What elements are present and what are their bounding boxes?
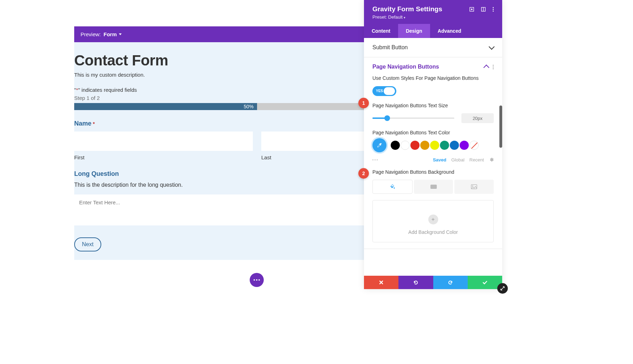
preview-label: Preview: xyxy=(81,31,101,37)
text-size-setting: Page Navigation Buttons Text Size xyxy=(364,102,502,130)
color-tabs-row: Saved Global Recent xyxy=(372,157,494,162)
close-button[interactable] xyxy=(364,276,398,289)
color-tab-saved[interactable]: Saved xyxy=(433,157,446,162)
text-size-slider[interactable] xyxy=(372,117,454,119)
swatch-blue[interactable] xyxy=(450,141,459,150)
bg-tabs xyxy=(372,180,494,194)
custom-styles-setting: Use Custom Styles For Page Navigation Bu… xyxy=(364,75,502,102)
swatch-yellow[interactable] xyxy=(430,141,439,150)
first-name-input[interactable] xyxy=(74,132,253,151)
chevron-up-icon xyxy=(484,65,490,71)
svg-point-6 xyxy=(472,186,473,186)
panel-tabs: Content Design Advanced xyxy=(364,24,502,38)
redo-icon xyxy=(448,280,453,285)
close-icon xyxy=(379,280,383,285)
chevron-down-icon xyxy=(489,44,495,50)
tab-content[interactable]: Content xyxy=(364,24,398,38)
next-button[interactable]: Next xyxy=(74,237,101,251)
expand-icon[interactable] xyxy=(469,7,474,12)
more-vertical-icon[interactable] xyxy=(493,7,494,12)
check-icon xyxy=(482,281,487,285)
progress-text: 50% xyxy=(244,104,254,109)
image-icon xyxy=(471,184,477,189)
swatch-red[interactable] xyxy=(410,141,420,150)
swatch-teal[interactable] xyxy=(440,141,449,150)
resize-icon xyxy=(500,286,505,291)
add-bg-color-button[interactable]: + xyxy=(428,215,438,224)
columns-icon[interactable] xyxy=(481,7,486,12)
section-more-icon[interactable] xyxy=(493,65,494,69)
color-swatches xyxy=(372,141,494,152)
custom-styles-label: Use Custom Styles For Page Navigation Bu… xyxy=(372,75,494,82)
annotation-badge-1: 1 xyxy=(358,98,369,108)
bg-tab-color[interactable] xyxy=(372,180,413,194)
tab-advanced[interactable]: Advanced xyxy=(430,24,469,38)
bg-tab-image[interactable] xyxy=(454,180,494,194)
fab-more-button[interactable] xyxy=(250,273,264,287)
bg-setting: Page Navigation Buttons Background + Add… xyxy=(364,169,502,249)
section-header[interactable]: Page Navigation Buttons xyxy=(364,57,502,75)
color-picker-button[interactable] xyxy=(372,138,386,152)
panel-header-icons xyxy=(469,7,494,12)
text-color-setting: Page Navigation Buttons Text Color xyxy=(364,129,502,169)
more-dots-icon xyxy=(254,279,260,281)
redo-button[interactable] xyxy=(433,276,468,289)
gear-icon[interactable] xyxy=(489,157,494,162)
bg-label: Page Navigation Buttons Background xyxy=(372,169,494,176)
swatch-black[interactable] xyxy=(391,141,400,150)
tab-design[interactable]: Design xyxy=(398,24,430,38)
swatch-none[interactable] xyxy=(469,141,479,150)
toggle-knob xyxy=(384,87,395,95)
resize-handle[interactable] xyxy=(497,283,508,294)
section-title: Page Navigation Buttons xyxy=(372,64,439,70)
text-size-input[interactable] xyxy=(461,113,494,123)
eyedropper-icon xyxy=(377,142,382,148)
bg-color-preview: + Add Background Color xyxy=(372,200,494,242)
section-page-nav-buttons: Page Navigation Buttons Use Custom Style… xyxy=(364,57,502,249)
paint-bucket-icon xyxy=(390,184,395,190)
panel-body: Submit Button Page Navigation Buttons Us… xyxy=(364,38,502,276)
panel-title: Gravity Form Settings xyxy=(372,5,442,13)
undo-button[interactable] xyxy=(398,276,433,289)
gradient-icon xyxy=(430,185,437,189)
custom-styles-toggle[interactable]: YES xyxy=(372,86,396,96)
progress-fill: 50% xyxy=(74,103,257,110)
text-size-label: Page Navigation Buttons Text Size xyxy=(372,102,494,109)
scrollbar-thumb[interactable] xyxy=(499,106,502,148)
swatch-purple[interactable] xyxy=(460,141,469,150)
panel-footer xyxy=(364,276,502,289)
color-tab-global[interactable]: Global xyxy=(451,157,465,162)
text-color-label: Page Navigation Buttons Text Color xyxy=(372,129,494,136)
panel-header: Gravity Form Settings Preset: Default xyxy=(364,0,502,24)
color-tab-recent[interactable]: Recent xyxy=(469,157,484,162)
swatch-orange[interactable] xyxy=(420,141,429,150)
bg-tab-gradient[interactable] xyxy=(414,180,453,194)
annotation-badge-2: 2 xyxy=(358,168,369,179)
undo-icon xyxy=(413,280,418,285)
slider-thumb[interactable] xyxy=(384,115,390,121)
preset-dropdown[interactable]: Preset: Default xyxy=(372,14,494,20)
svg-rect-4 xyxy=(430,185,437,189)
settings-panel: Gravity Form Settings Preset: Default Co… xyxy=(364,0,502,289)
more-swatches-icon[interactable] xyxy=(372,159,378,160)
add-bg-label: Add Background Color xyxy=(380,229,486,235)
required-marker: * xyxy=(93,121,95,127)
swatch-white[interactable] xyxy=(401,141,410,150)
first-sublabel: First xyxy=(74,154,253,160)
preview-dropdown[interactable]: Form xyxy=(104,31,122,37)
section-submit-button[interactable]: Submit Button xyxy=(364,38,502,57)
svg-point-1 xyxy=(471,9,472,10)
